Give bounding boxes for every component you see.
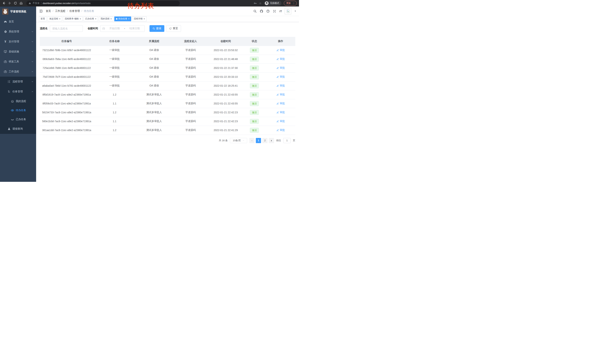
sidebar-logo[interactable]: 芋道管理系统 bbox=[0, 7, 36, 17]
sidebar-item-system[interactable]: 系统管理 bbox=[0, 27, 36, 37]
navbar: 首页 工作流程 任务管理 待办任务 TT bbox=[36, 7, 299, 16]
approve-link[interactable]: 审批 bbox=[276, 49, 285, 52]
close-icon[interactable] bbox=[95, 18, 96, 20]
date-range-picker[interactable]: 开始日期 - 结束日期 bbox=[100, 25, 145, 32]
approve-link[interactable]: 审批 bbox=[276, 129, 285, 132]
fullscreen-icon[interactable] bbox=[273, 9, 276, 13]
col-status: 状态 bbox=[243, 37, 266, 46]
breadcrumb-task-mgmt[interactable]: 任务管理 bbox=[65, 9, 80, 13]
tab-todo-task[interactable]: 待办任务 bbox=[114, 16, 131, 21]
hamburger-icon[interactable] bbox=[39, 9, 43, 13]
prev-page-button[interactable]: ‹ bbox=[249, 138, 255, 143]
approve-link[interactable]: 审批 bbox=[276, 84, 285, 87]
reload-icon[interactable] bbox=[14, 1, 17, 5]
sidebar-item-label: 基础设施 bbox=[9, 50, 19, 53]
help-icon[interactable] bbox=[266, 9, 270, 13]
approve-link[interactable]: 审批 bbox=[276, 75, 285, 79]
approve-link[interactable]: 审批 bbox=[276, 111, 285, 114]
status-badge: 激活 bbox=[250, 57, 259, 62]
approve-link[interactable]: 审批 bbox=[276, 102, 285, 105]
toolbox-icon bbox=[4, 60, 7, 63]
sidebar-item-devtools[interactable]: 研发工具 bbox=[0, 57, 36, 67]
col-task-id: 任务编号 bbox=[40, 37, 93, 46]
task-created: 2022-01-21 22:41:29 bbox=[208, 126, 243, 135]
task-name: 1.1 bbox=[93, 99, 136, 108]
tab-home[interactable]: 首页 bbox=[39, 16, 47, 21]
tab-label: 我的流程 bbox=[100, 17, 109, 20]
edit-icon bbox=[276, 111, 279, 114]
chevron-down-icon bbox=[242, 140, 244, 141]
sidebar: 芋道管理系统 首页 系统管理 ¥ 支付管理 基础设施 研发工具 工作流 bbox=[0, 7, 36, 182]
breadcrumb-workflow[interactable]: 工作流程 bbox=[51, 9, 65, 13]
forward-icon[interactable] bbox=[8, 1, 11, 5]
col-actions: 操作 bbox=[266, 37, 295, 46]
page-2-button[interactable]: 2 bbox=[262, 138, 267, 143]
bookmark-star-icon[interactable]: ☆ bbox=[259, 2, 262, 5]
close-icon[interactable] bbox=[59, 18, 60, 20]
chrome-update-button[interactable]: 更新 ⋮ bbox=[284, 1, 297, 6]
sidebar-item-infra[interactable]: 基础设施 bbox=[0, 47, 36, 57]
github-icon[interactable] bbox=[260, 9, 263, 13]
tab-label: 流程详情 bbox=[134, 17, 143, 20]
chrome-menu-icon[interactable]: ⋮ bbox=[292, 2, 295, 5]
table-row: 381aa1dd-7ac8-11ec-a9e2-a2380e71991a 1.2… bbox=[40, 126, 295, 135]
table-row: 580e1b3d-7ac8-11ec-a9e2-a2380e71991a 1.1… bbox=[40, 117, 295, 126]
close-icon[interactable] bbox=[144, 18, 145, 20]
approve-link[interactable]: 审批 bbox=[276, 93, 285, 96]
goto-page-input[interactable] bbox=[283, 138, 291, 143]
approve-link[interactable]: 审批 bbox=[276, 120, 285, 123]
url-bar[interactable]: 不安全 dashboard.yudao.iocoder.cn/bpm/task/… bbox=[26, 1, 180, 6]
page-1-button[interactable]: 1 bbox=[256, 138, 261, 143]
password-key-icon[interactable] bbox=[254, 2, 257, 5]
task-created: 2022-01-22 21:48:48 bbox=[208, 55, 243, 64]
font-size-icon[interactable]: TT bbox=[279, 10, 282, 13]
url-host: dashboard.yudao.iocoder.cn bbox=[43, 2, 74, 5]
table-row: a6aba0a4-7b6d-11ec-b781-acde48001122 一级审… bbox=[40, 81, 295, 90]
sidebar-item-my-process[interactable]: 我的流程 bbox=[0, 97, 36, 106]
approve-label: 审批 bbox=[280, 102, 285, 105]
home-icon[interactable] bbox=[19, 1, 23, 5]
reset-button[interactable]: 重置 bbox=[166, 25, 181, 32]
approve-link[interactable]: 审批 bbox=[276, 66, 285, 70]
close-icon[interactable] bbox=[128, 18, 130, 20]
app-title: 芋道管理系统 bbox=[10, 10, 26, 13]
task-initiator: 芋道源码 bbox=[173, 90, 208, 99]
tab-done-task[interactable]: 已办任务 bbox=[83, 16, 98, 21]
sidebar-item-label: 任务管理 bbox=[12, 90, 23, 93]
sidebar-item-home[interactable]: 首页 bbox=[0, 17, 36, 27]
tab-process-detail[interactable]: 流程详情 bbox=[132, 16, 147, 21]
edit-icon bbox=[276, 120, 279, 122]
search-icon[interactable] bbox=[253, 9, 257, 13]
task-name: 一级审批 bbox=[93, 73, 136, 81]
close-icon[interactable] bbox=[110, 18, 112, 20]
back-icon[interactable] bbox=[2, 1, 6, 5]
sidebar-item-leave-query[interactable]: 请假查询 bbox=[0, 124, 36, 134]
approve-label: 审批 bbox=[280, 120, 285, 123]
approve-link[interactable]: 审批 bbox=[276, 57, 285, 61]
sidebar-item-payment[interactable]: ¥ 支付管理 bbox=[0, 37, 36, 47]
caret-down-icon[interactable] bbox=[294, 10, 296, 12]
breadcrumb-current: 待办任务 bbox=[80, 9, 94, 13]
breadcrumb-home[interactable]: 首页 bbox=[46, 9, 51, 13]
active-dot bbox=[116, 18, 117, 20]
tags-view: 首页 发起流程 流程表单-编辑 已办任务 我的流程 待办任务 流程详情 bbox=[36, 16, 299, 22]
next-page-button[interactable]: › bbox=[269, 138, 274, 143]
approve-label: 审批 bbox=[280, 84, 285, 87]
process-name-input[interactable] bbox=[50, 25, 83, 32]
incognito-icon bbox=[265, 1, 269, 5]
briefcase-icon bbox=[4, 70, 7, 73]
avatar[interactable] bbox=[285, 8, 291, 15]
task-created: 2022-01-22 18:25:41 bbox=[208, 81, 243, 90]
sidebar-item-done-task[interactable]: 已办任务 bbox=[0, 115, 36, 124]
sidebar-item-workflow[interactable]: 工作流程 bbox=[0, 67, 36, 77]
tab-form-edit[interactable]: 流程表单-编辑 bbox=[63, 16, 83, 21]
sidebar-item-task-mgmt[interactable]: 任务管理 bbox=[0, 87, 36, 97]
close-icon[interactable] bbox=[80, 18, 81, 20]
sidebar-item-process-mgmt[interactable]: 流程管理 bbox=[0, 77, 36, 87]
logo-image bbox=[2, 8, 8, 15]
page-size-select[interactable]: 10条/页 bbox=[230, 138, 247, 143]
sidebar-item-todo-task[interactable]: 待办任务 bbox=[0, 106, 36, 115]
search-button[interactable]: 搜索 bbox=[150, 25, 164, 32]
tab-my-process[interactable]: 我的流程 bbox=[99, 16, 113, 21]
tab-start-process[interactable]: 发起流程 bbox=[48, 16, 62, 21]
